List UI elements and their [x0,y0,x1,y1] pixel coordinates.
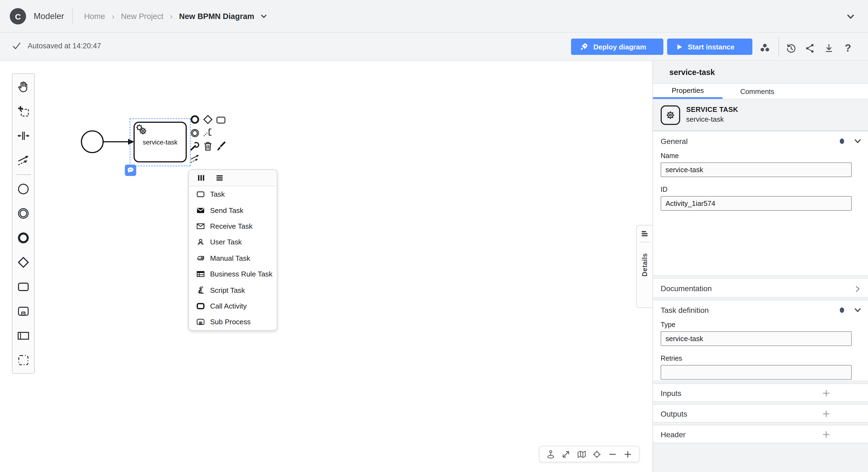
menu-item-task[interactable]: Task [189,186,277,202]
append-task-popup-menu: Task Send Task Receive Task User Task Ma… [188,170,277,330]
menu-item-business-rule-task[interactable]: Business Rule Task [189,266,277,282]
create-group-icon[interactable] [16,353,30,367]
name-field-label: Name [661,152,868,160]
menu-item-user-task[interactable]: User Task [189,234,277,250]
lasso-tool-icon[interactable] [16,104,30,118]
create-subprocess-icon[interactable] [16,304,30,318]
download-icon[interactable] [823,42,835,54]
palette-separator [16,174,31,175]
header-section: Header [653,425,868,443]
task-icon [196,189,205,199]
outputs-heading: Outputs [661,410,687,418]
zoom-in-icon[interactable] [623,449,633,459]
chevron-down-icon[interactable] [854,138,862,145]
menu-item-manual-task[interactable]: Manual Task [189,250,277,266]
space-tool-icon[interactable] [16,129,30,143]
element-header: SERVICE TASK service-task [653,100,868,131]
menu-item-receive-task[interactable]: Receive Task [189,218,277,234]
menu-item-script-task[interactable]: Script Task [189,282,277,298]
sub-process-icon [196,318,205,327]
cluster-honeycomb-icon[interactable] [759,42,771,54]
camunda-logo-icon[interactable]: C [10,8,26,24]
set-color-brush-icon[interactable] [216,141,226,151]
section-filled-indicator-dot [840,307,844,313]
comment-bubble-icon [126,166,135,174]
deploy-diagram-button[interactable]: Deploy diagram [571,38,663,55]
play-icon [676,43,683,50]
help-icon[interactable]: ? [842,42,854,54]
breadcrumb-separator: › [112,11,114,21]
append-end-event-icon[interactable] [189,114,200,125]
version-history-icon[interactable] [785,42,797,54]
comment-badge[interactable] [125,165,136,176]
global-connect-tool-icon[interactable] [16,153,30,167]
inputs-row[interactable]: Inputs [653,384,868,403]
create-end-event-icon[interactable] [16,231,30,245]
service-task-shape[interactable]: service-task [133,122,187,163]
collapse-header-chevron-icon[interactable] [846,13,855,21]
task-label: service-task [143,138,178,146]
panel-title: service-task [653,61,868,84]
actionbar-divider [778,37,779,57]
reset-viewport-target-icon[interactable] [592,449,602,459]
properties-panel: service-task Properties Comments SERVICE… [652,61,868,472]
create-start-event-icon[interactable] [16,182,30,196]
tab-comments[interactable]: Comments [722,84,792,99]
create-intermediate-event-icon[interactable] [16,206,30,220]
outputs-row[interactable]: Outputs [653,405,868,423]
start-instance-button[interactable]: Start instance [667,38,752,55]
append-task-icon[interactable] [216,115,226,125]
list-view-icon[interactable] [216,174,224,182]
create-gateway-icon[interactable] [16,255,30,269]
documentation-section-header[interactable]: Documentation [653,278,868,298]
details-tab-label: Details [641,253,648,276]
task-definition-section-header[interactable]: Task definition [653,300,868,320]
header-row[interactable]: Header [653,425,868,444]
connect-tool-icon[interactable] [189,153,200,164]
panel-tabs: Properties Comments [653,84,868,99]
zoom-out-icon[interactable] [607,449,618,459]
general-section-header[interactable]: General [653,131,868,151]
append-gateway-icon[interactable] [203,114,213,125]
type-input[interactable] [661,331,852,346]
start-event-shape[interactable] [82,131,103,153]
retries-field-label: Retries [661,355,868,362]
tab-properties[interactable]: Properties [653,84,722,99]
share-icon[interactable] [804,42,816,54]
menu-item-sub-process[interactable]: Sub Process [189,314,277,330]
details-tab[interactable]: Details [636,225,652,308]
delete-trash-icon[interactable] [203,141,213,151]
add-header-plus-icon[interactable] [822,430,831,439]
create-task-icon[interactable] [16,280,30,294]
task-definition-heading: Task definition [661,306,709,315]
id-input[interactable] [661,196,852,211]
name-input[interactable] [661,163,852,177]
hand-tool-icon[interactable] [16,80,30,94]
inputs-section: Inputs [653,383,868,402]
append-intermediate-event-icon[interactable] [189,128,200,139]
deploy-diagram-label: Deploy diagram [593,42,646,51]
add-input-plus-icon[interactable] [822,389,831,397]
menu-item-label: Script Task [210,286,245,294]
breadcrumb-home[interactable]: Home [84,12,105,20]
retries-input[interactable] [661,365,852,380]
minimap-icon[interactable] [577,449,587,459]
chevron-right-icon[interactable] [854,285,862,293]
chevron-down-icon[interactable] [854,306,862,314]
append-text-annotation-icon[interactable] [203,127,213,138]
breadcrumb-project[interactable]: New Project [121,12,163,20]
diagram-canvas[interactable]: service-task [0,61,652,472]
columns-view-icon[interactable] [197,174,205,182]
menu-item-label: Task [210,190,225,198]
create-participant-icon[interactable] [16,329,30,343]
menu-item-send-task[interactable]: Send Task [189,202,277,218]
add-output-plus-icon[interactable] [822,410,831,418]
fit-viewport-icon[interactable] [561,449,571,459]
canvas-pin-icon[interactable] [546,449,556,459]
breadcrumb-current-diagram[interactable]: New BPMN Diagram [179,12,254,20]
diagram-menu-chevron-down-icon[interactable] [261,13,267,19]
change-element-wrench-icon[interactable] [189,141,200,151]
menu-item-call-activity[interactable]: Call Activity [189,298,277,314]
general-section: General Name ID [653,131,868,276]
canvas-controls [539,446,640,462]
